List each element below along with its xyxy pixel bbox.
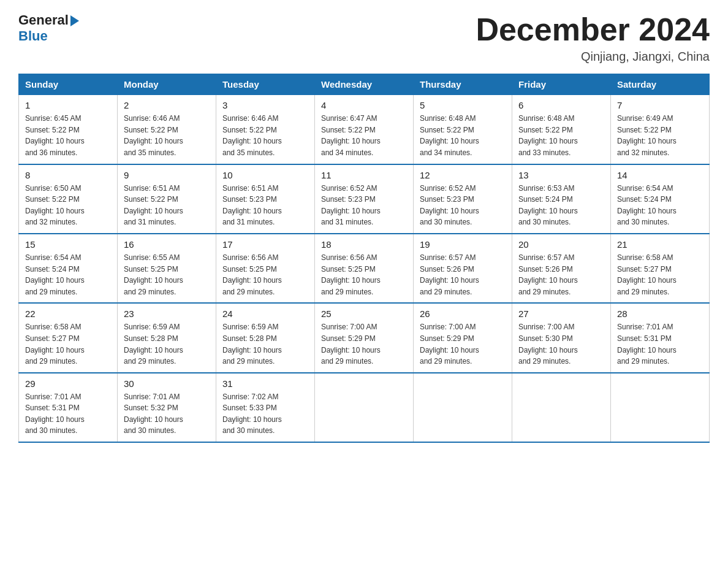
calendar-cell xyxy=(611,373,710,442)
day-info: Sunrise: 6:47 AMSunset: 5:22 PMDaylight:… xyxy=(321,113,407,158)
calendar-cell: 23Sunrise: 6:59 AMSunset: 5:28 PMDayligh… xyxy=(118,303,216,372)
day-number: 22 xyxy=(25,308,111,319)
day-info: Sunrise: 6:52 AMSunset: 5:23 PMDaylight:… xyxy=(321,183,407,228)
day-info: Sunrise: 6:52 AMSunset: 5:23 PMDaylight:… xyxy=(420,183,506,228)
day-number: 14 xyxy=(617,170,703,180)
day-info: Sunrise: 6:45 AMSunset: 5:22 PMDaylight:… xyxy=(25,113,111,158)
day-info: Sunrise: 6:56 AMSunset: 5:25 PMDaylight:… xyxy=(222,252,308,297)
day-info: Sunrise: 6:54 AMSunset: 5:24 PMDaylight:… xyxy=(617,183,703,228)
week-row-1: 1Sunrise: 6:45 AMSunset: 5:22 PMDaylight… xyxy=(19,95,710,164)
day-info: Sunrise: 6:57 AMSunset: 5:26 PMDaylight:… xyxy=(420,252,506,297)
day-info: Sunrise: 6:57 AMSunset: 5:26 PMDaylight:… xyxy=(518,252,604,297)
header-day-monday: Monday xyxy=(118,74,216,95)
calendar-cell xyxy=(512,373,611,442)
logo: General Blue xyxy=(18,12,79,44)
day-number: 7 xyxy=(617,100,703,110)
day-number: 10 xyxy=(222,170,308,180)
calendar-cell: 10Sunrise: 6:51 AMSunset: 5:23 PMDayligh… xyxy=(216,164,315,234)
day-number: 25 xyxy=(321,308,407,319)
day-info: Sunrise: 6:46 AMSunset: 5:22 PMDaylight:… xyxy=(124,113,210,158)
calendar-cell xyxy=(315,373,414,442)
day-info: Sunrise: 6:50 AMSunset: 5:22 PMDaylight:… xyxy=(25,183,111,228)
calendar-cell: 9Sunrise: 6:51 AMSunset: 5:22 PMDaylight… xyxy=(118,164,216,234)
calendar-cell: 31Sunrise: 7:02 AMSunset: 5:33 PMDayligh… xyxy=(216,373,315,442)
day-number: 28 xyxy=(617,308,703,319)
header-day-thursday: Thursday xyxy=(414,74,512,95)
calendar-cell: 24Sunrise: 6:59 AMSunset: 5:28 PMDayligh… xyxy=(216,303,315,372)
calendar-header: SundayMondayTuesdayWednesdayThursdayFrid… xyxy=(19,74,710,95)
day-info: Sunrise: 6:56 AMSunset: 5:25 PMDaylight:… xyxy=(321,252,407,297)
day-info: Sunrise: 6:59 AMSunset: 5:28 PMDaylight:… xyxy=(124,321,210,367)
day-info: Sunrise: 6:58 AMSunset: 5:27 PMDaylight:… xyxy=(617,252,703,297)
calendar-cell: 20Sunrise: 6:57 AMSunset: 5:26 PMDayligh… xyxy=(512,234,611,303)
day-number: 13 xyxy=(518,170,604,180)
week-row-4: 22Sunrise: 6:58 AMSunset: 5:27 PMDayligh… xyxy=(19,303,710,372)
logo-general-text: General xyxy=(18,12,79,28)
header-day-friday: Friday xyxy=(512,74,611,95)
day-info: Sunrise: 6:53 AMSunset: 5:24 PMDaylight:… xyxy=(518,183,604,228)
calendar-cell: 16Sunrise: 6:55 AMSunset: 5:25 PMDayligh… xyxy=(118,234,216,303)
day-number: 11 xyxy=(321,170,407,180)
day-number: 3 xyxy=(222,100,308,110)
calendar-cell: 25Sunrise: 7:00 AMSunset: 5:29 PMDayligh… xyxy=(315,303,414,372)
day-number: 27 xyxy=(518,308,604,319)
header-day-sunday: Sunday xyxy=(19,74,118,95)
day-info: Sunrise: 7:01 AMSunset: 5:32 PMDaylight:… xyxy=(124,391,210,437)
month-title: December 2024 xyxy=(476,12,710,47)
day-info: Sunrise: 6:49 AMSunset: 5:22 PMDaylight:… xyxy=(617,113,703,158)
calendar-cell: 12Sunrise: 6:52 AMSunset: 5:23 PMDayligh… xyxy=(414,164,512,234)
day-number: 30 xyxy=(124,378,210,389)
calendar-cell: 8Sunrise: 6:50 AMSunset: 5:22 PMDaylight… xyxy=(19,164,118,234)
day-info: Sunrise: 6:54 AMSunset: 5:24 PMDaylight:… xyxy=(25,252,111,297)
day-info: Sunrise: 6:58 AMSunset: 5:27 PMDaylight:… xyxy=(25,321,111,367)
week-row-3: 15Sunrise: 6:54 AMSunset: 5:24 PMDayligh… xyxy=(19,234,710,303)
calendar-cell: 27Sunrise: 7:00 AMSunset: 5:30 PMDayligh… xyxy=(512,303,611,372)
week-row-5: 29Sunrise: 7:01 AMSunset: 5:31 PMDayligh… xyxy=(19,373,710,442)
logo-general-label: General xyxy=(18,12,69,28)
calendar-table: SundayMondayTuesdayWednesdayThursdayFrid… xyxy=(18,74,710,443)
calendar-cell: 30Sunrise: 7:01 AMSunset: 5:32 PMDayligh… xyxy=(118,373,216,442)
calendar-cell: 1Sunrise: 6:45 AMSunset: 5:22 PMDaylight… xyxy=(19,95,118,164)
calendar-cell: 15Sunrise: 6:54 AMSunset: 5:24 PMDayligh… xyxy=(19,234,118,303)
day-info: Sunrise: 7:00 AMSunset: 5:29 PMDaylight:… xyxy=(420,321,506,367)
calendar-cell: 26Sunrise: 7:00 AMSunset: 5:29 PMDayligh… xyxy=(414,303,512,372)
day-number: 6 xyxy=(518,100,604,110)
title-block: December 2024 Qinjiang, Jiangxi, China xyxy=(476,12,710,64)
header-day-tuesday: Tuesday xyxy=(216,74,315,95)
day-number: 24 xyxy=(222,308,308,319)
day-number: 1 xyxy=(25,100,111,110)
page-header: General Blue December 2024 Qinjiang, Jia… xyxy=(18,12,710,64)
day-number: 4 xyxy=(321,100,407,110)
calendar-cell: 19Sunrise: 6:57 AMSunset: 5:26 PMDayligh… xyxy=(414,234,512,303)
calendar-cell: 18Sunrise: 6:56 AMSunset: 5:25 PMDayligh… xyxy=(315,234,414,303)
day-number: 26 xyxy=(420,308,506,319)
day-info: Sunrise: 6:48 AMSunset: 5:22 PMDaylight:… xyxy=(420,113,506,158)
day-number: 29 xyxy=(25,378,111,389)
day-number: 20 xyxy=(518,239,604,250)
day-info: Sunrise: 7:00 AMSunset: 5:29 PMDaylight:… xyxy=(321,321,407,367)
logo-triangle-icon xyxy=(70,15,79,26)
day-info: Sunrise: 7:02 AMSunset: 5:33 PMDaylight:… xyxy=(222,391,308,437)
day-info: Sunrise: 7:00 AMSunset: 5:30 PMDaylight:… xyxy=(518,321,604,367)
day-number: 12 xyxy=(420,170,506,180)
calendar-cell xyxy=(414,373,512,442)
calendar-cell: 7Sunrise: 6:49 AMSunset: 5:22 PMDaylight… xyxy=(611,95,710,164)
day-info: Sunrise: 6:51 AMSunset: 5:22 PMDaylight:… xyxy=(124,183,210,228)
day-info: Sunrise: 7:01 AMSunset: 5:31 PMDaylight:… xyxy=(25,391,111,437)
calendar-cell: 5Sunrise: 6:48 AMSunset: 5:22 PMDaylight… xyxy=(414,95,512,164)
calendar-cell: 14Sunrise: 6:54 AMSunset: 5:24 PMDayligh… xyxy=(611,164,710,234)
week-row-2: 8Sunrise: 6:50 AMSunset: 5:22 PMDaylight… xyxy=(19,164,710,234)
day-number: 16 xyxy=(124,239,210,250)
calendar-cell: 28Sunrise: 7:01 AMSunset: 5:31 PMDayligh… xyxy=(611,303,710,372)
day-number: 17 xyxy=(222,239,308,250)
calendar-cell: 6Sunrise: 6:48 AMSunset: 5:22 PMDaylight… xyxy=(512,95,611,164)
day-info: Sunrise: 6:48 AMSunset: 5:22 PMDaylight:… xyxy=(518,113,604,158)
day-info: Sunrise: 6:55 AMSunset: 5:25 PMDaylight:… xyxy=(124,252,210,297)
day-number: 19 xyxy=(420,239,506,250)
calendar-cell: 13Sunrise: 6:53 AMSunset: 5:24 PMDayligh… xyxy=(512,164,611,234)
day-number: 2 xyxy=(124,100,210,110)
logo-blue-text: Blue xyxy=(18,28,48,44)
header-row: SundayMondayTuesdayWednesdayThursdayFrid… xyxy=(19,74,710,95)
day-number: 31 xyxy=(222,378,308,389)
calendar-cell: 11Sunrise: 6:52 AMSunset: 5:23 PMDayligh… xyxy=(315,164,414,234)
